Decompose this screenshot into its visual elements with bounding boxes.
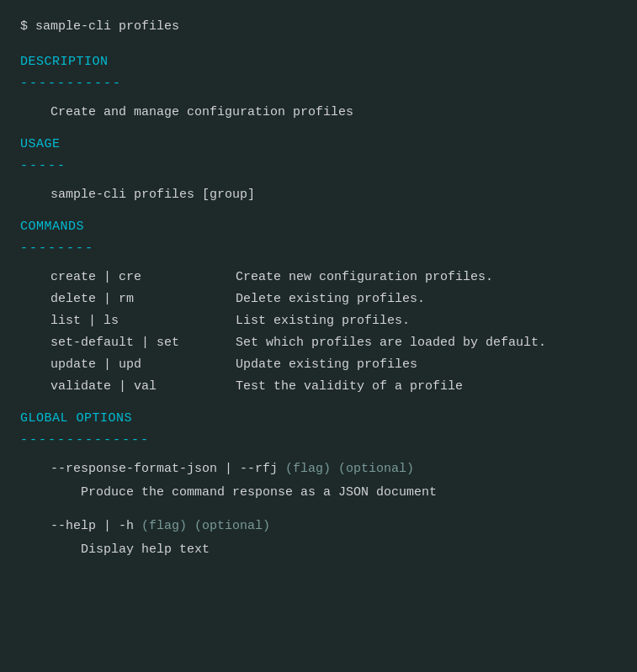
option-separator: |	[96, 519, 119, 533]
commands-title: COMMANDS	[20, 217, 617, 237]
usage-divider: -----	[20, 156, 617, 177]
description-content: Create and manage configuration profiles	[50, 103, 617, 123]
option-desc: Display help text	[81, 540, 617, 560]
command-row: update | updUpdate existing profiles	[50, 355, 617, 375]
option-line: --response-format-json | --rfj (flag) (o…	[50, 459, 617, 479]
description-divider: -----------	[20, 74, 617, 94]
option-alias: --rfj	[240, 462, 278, 476]
command-row: delete | rmDelete existing profiles.	[50, 289, 617, 310]
option-meta: (flag) (optional)	[134, 519, 270, 533]
command-row: create | creCreate new configuration pro…	[50, 267, 617, 288]
command-name: create | cre	[50, 267, 236, 288]
command-desc: List existing profiles.	[236, 311, 410, 331]
global-options-divider: --------------	[20, 431, 617, 451]
command-name: update | upd	[50, 355, 236, 375]
command-row: list | lsList existing profiles.	[50, 311, 617, 331]
commands-divider: --------	[20, 239, 617, 259]
command-name: validate | val	[50, 377, 236, 397]
command-desc: Delete existing profiles.	[236, 289, 425, 310]
option-main: --help	[50, 519, 96, 533]
command-row: validate | valTest the validity of a pro…	[50, 377, 617, 397]
command-desc: Update existing profiles	[236, 355, 417, 375]
usage-title: USAGE	[20, 135, 617, 155]
prompt-line: $ sample-cli profiles	[20, 17, 617, 37]
command-desc: Test the validity of a profile	[236, 377, 463, 397]
global-options-container: --response-format-json | --rfj (flag) (o…	[20, 459, 617, 560]
command-desc: Set which profiles are loaded by default…	[236, 333, 546, 353]
command-row: set-default | setSet which profiles are …	[50, 333, 617, 353]
commands-table: create | creCreate new configuration pro…	[50, 267, 617, 397]
global-options-title: GLOBAL OPTIONS	[20, 409, 617, 429]
command-name: list | ls	[50, 311, 236, 331]
option-desc: Produce the command response as a JSON d…	[81, 483, 617, 503]
option-meta: (flag) (optional)	[278, 462, 414, 476]
option-separator: |	[217, 462, 240, 476]
option-main: --response-format-json	[50, 462, 217, 476]
usage-content: sample-cli profiles [group]	[50, 185, 617, 205]
command-name: delete | rm	[50, 289, 236, 310]
command-name: set-default | set	[50, 333, 236, 353]
description-title: DESCRIPTION	[20, 52, 617, 72]
command-desc: Create new configuration profiles.	[236, 267, 493, 288]
option-alias: -h	[119, 519, 134, 533]
option-line: --help | -h (flag) (optional)	[50, 516, 617, 537]
